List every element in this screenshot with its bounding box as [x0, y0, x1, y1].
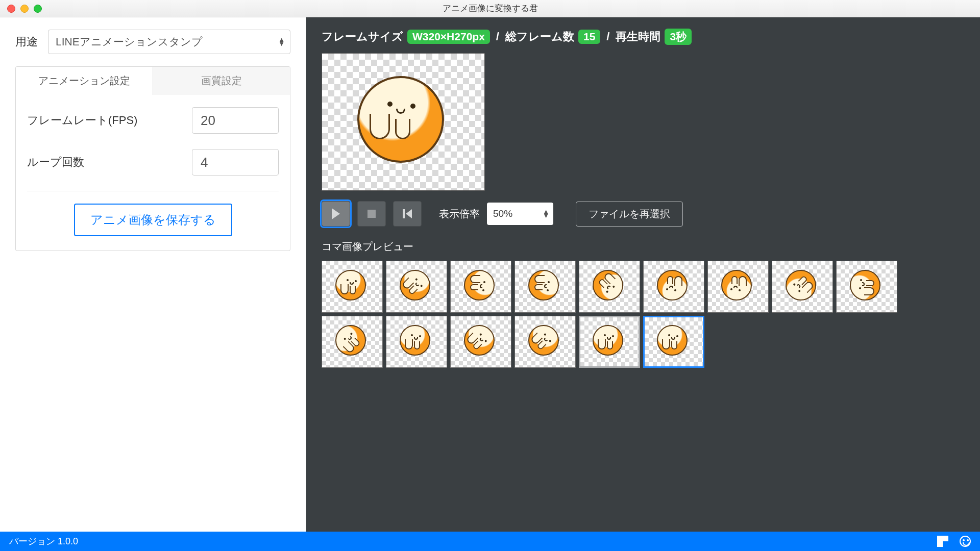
- frame-thumb[interactable]: [514, 261, 576, 313]
- reselect-files-button[interactable]: ファイルを再選択: [576, 202, 683, 227]
- frame-thumb[interactable]: [643, 316, 704, 368]
- frame-thumb[interactable]: [386, 316, 447, 368]
- skip-back-button[interactable]: [393, 201, 422, 227]
- purpose-select[interactable]: LINEアニメーションスタンプ: [48, 30, 290, 54]
- loop-input[interactable]: 4: [192, 149, 279, 176]
- frame-thumb[interactable]: [322, 316, 383, 368]
- feedback-icon[interactable]: [960, 536, 971, 547]
- frame-thumb[interactable]: [322, 261, 383, 313]
- frame-thumb[interactable]: [450, 316, 511, 368]
- frames-title: コマ画像プレビュー: [322, 240, 965, 254]
- frame-thumb[interactable]: [386, 261, 447, 313]
- frame-size-label: フレームサイズ: [322, 29, 403, 44]
- purpose-label: 用途: [15, 34, 38, 49]
- loop-label: ループ回数: [27, 153, 84, 171]
- frame-thumb[interactable]: [514, 316, 576, 368]
- character-sprite: [352, 71, 454, 173]
- skip-back-icon: [403, 209, 412, 218]
- settings-tabs: アニメーション設定 画質設定: [15, 66, 290, 95]
- divider: [27, 191, 279, 191]
- stop-button[interactable]: [357, 201, 386, 227]
- sidebar: 用途 LINEアニメーションスタンプ アニメーション設定 画質設定 フレームレー…: [0, 17, 306, 532]
- frame-grid: [322, 261, 944, 368]
- titlebar: アニメ画像に変換する君: [0, 0, 980, 17]
- zoom-label: 表示倍率: [439, 207, 480, 221]
- main-preview: [322, 53, 485, 191]
- meta-row: フレームサイズ W320×H270px / 総フレーム数 15 / 再生時間 3…: [322, 29, 965, 45]
- frame-thumb[interactable]: [836, 261, 897, 313]
- frame-thumb[interactable]: [707, 261, 769, 313]
- frame-thumb[interactable]: [579, 316, 640, 368]
- window-title: アニメ画像に変換する君: [0, 3, 980, 14]
- app-icon[interactable]: [937, 536, 948, 547]
- stop-icon: [368, 210, 376, 218]
- chevron-updown-icon: [278, 38, 283, 46]
- tab-animation[interactable]: アニメーション設定: [16, 67, 153, 95]
- frame-thumb[interactable]: [579, 261, 640, 313]
- frame-thumb[interactable]: [772, 261, 833, 313]
- version-label: バージョン 1.0.0: [9, 535, 78, 547]
- tab-animation-body: フレームレート(FPS) 20 ループ回数 4 アニメ画像を保存する: [15, 95, 290, 251]
- save-button[interactable]: アニメ画像を保存する: [74, 204, 232, 236]
- play-button[interactable]: [322, 201, 350, 227]
- total-frames-badge: 15: [578, 30, 600, 44]
- tab-quality[interactable]: 画質設定: [153, 67, 290, 95]
- play-icon: [332, 208, 340, 219]
- frame-thumb[interactable]: [450, 261, 511, 313]
- zoom-select[interactable]: 50%: [487, 203, 553, 225]
- purpose-select-value: LINEアニメーションスタンプ: [56, 35, 203, 49]
- framerate-input[interactable]: 20: [192, 107, 279, 134]
- frame-size-badge: W320×H270px: [407, 30, 490, 44]
- main: 用途 LINEアニメーションスタンプ アニメーション設定 画質設定 フレームレー…: [0, 17, 980, 532]
- total-frames-label: 総フレーム数: [505, 29, 574, 44]
- frame-thumb[interactable]: [643, 261, 704, 313]
- preview-panel: フレームサイズ W320×H270px / 総フレーム数 15 / 再生時間 3…: [306, 17, 980, 532]
- framerate-label: フレームレート(FPS): [27, 111, 137, 129]
- chevron-updown-icon: [543, 210, 547, 218]
- footer: バージョン 1.0.0: [0, 532, 980, 551]
- duration-badge: 3秒: [665, 29, 692, 45]
- playback-toolbar: 表示倍率 50% ファイルを再選択: [322, 201, 965, 227]
- duration-label: 再生時間: [616, 29, 660, 44]
